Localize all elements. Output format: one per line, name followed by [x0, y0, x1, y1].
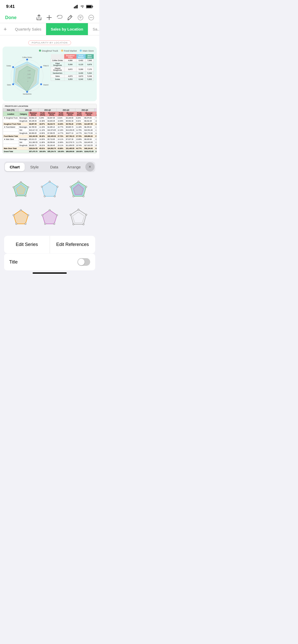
add-icon[interactable] — [46, 15, 52, 20]
svg-point-83 — [86, 214, 87, 215]
svg-point-70 — [28, 214, 29, 216]
tab-chart[interactable]: Chart — [5, 163, 25, 171]
tab-add-button[interactable]: + — [0, 26, 10, 33]
edit-buttons-group: Edit Series Edit References — [4, 236, 95, 253]
radar-style-3[interactable] — [66, 180, 90, 203]
svg-point-56 — [57, 186, 58, 187]
svg-point-85 — [73, 224, 74, 225]
radar-style-5[interactable] — [38, 208, 62, 231]
chart-panel-tabs: Chart Style Data Arrange × — [4, 162, 95, 172]
svg-point-63 — [78, 181, 79, 182]
radar-style-2[interactable] — [38, 180, 62, 203]
radar-chart-content: Coffee Drinks Filled Doughnuts Glazed Do… — [6, 54, 94, 98]
profits-table-container: PROFITS BY LOCATION Date (YO) 2021-Q1 20… — [3, 104, 97, 153]
svg-marker-54 — [42, 182, 57, 196]
svg-point-72 — [16, 223, 17, 224]
radar-svg[interactable]: Coffee Drinks Filled Doughnuts Glazed Do… — [6, 54, 49, 98]
svg-point-16 — [92, 17, 93, 18]
svg-point-55 — [49, 181, 50, 182]
toolbar: Done — [0, 12, 99, 23]
more-icon[interactable] — [88, 14, 94, 21]
table-row: Deli $10,417.1511.10% $10,973.6512.18% $… — [3, 129, 97, 132]
svg-point-57 — [54, 196, 55, 197]
svg-point-77 — [53, 223, 55, 224]
table-row: ▼ Food MarketBeverages $4,785.5011.33% $… — [3, 126, 97, 129]
tabs-bar: + Quarterly Sales Sales by Location Sa..… — [0, 23, 99, 35]
home-indicator — [33, 272, 67, 274]
svg-rect-0 — [74, 7, 75, 8]
status-time: 9:41 — [6, 4, 15, 9]
paintbrush-icon[interactable] — [67, 14, 73, 21]
svg-text:2,500: 2,500 — [28, 77, 31, 79]
table-grand-total: Grand Total $57,475.70100.00% $55,154.70… — [3, 150, 97, 153]
svg-point-76 — [56, 214, 58, 216]
radar-style-grid — [4, 177, 95, 236]
filter-icon[interactable] — [77, 14, 84, 21]
tab-data[interactable]: Data — [44, 163, 64, 171]
tab-sales-by-location[interactable]: Sales by Location — [46, 23, 88, 35]
legend-main-store: Main Store — [80, 50, 94, 52]
svg-point-69 — [20, 209, 22, 211]
svg-text:Sodas: Sodas — [6, 65, 11, 67]
done-button[interactable]: Done — [5, 15, 17, 20]
svg-text:Filled Doughnuts: Filled Doughnuts — [43, 65, 49, 67]
svg-text:5,000: 5,000 — [28, 74, 31, 75]
radar-style-4[interactable] — [9, 208, 33, 231]
radar-style-6[interactable] — [66, 208, 90, 231]
tab-arrange[interactable]: Arrange — [64, 163, 84, 171]
svg-point-44 — [12, 83, 14, 85]
svg-point-53 — [13, 186, 14, 188]
edit-series-button[interactable]: Edit Series — [4, 236, 50, 253]
table-row-total: Food Market Total $22,163.5036.32% $22,4… — [3, 135, 97, 138]
profits-label: PROFITS BY LOCATION — [3, 104, 97, 108]
battery-icon — [86, 5, 93, 8]
table-row: Doughnuts $6,960.8513.90% $7,096.5514.77… — [3, 132, 97, 135]
svg-point-73 — [13, 214, 14, 216]
toolbar-icons — [36, 14, 94, 21]
svg-point-82 — [78, 209, 79, 210]
svg-point-75 — [49, 209, 50, 211]
svg-point-40 — [26, 59, 28, 61]
popularity-section-label: POPULARITY BY LOCATION — [28, 40, 71, 45]
svg-point-65 — [83, 196, 84, 197]
tab-quarterly-sales[interactable]: Quarterly Sales — [10, 23, 46, 35]
title-row: Title — [4, 254, 95, 270]
table-row-total: Doughnut Truck Total $8,697.6518.67% $8,… — [3, 123, 97, 126]
svg-point-52 — [16, 195, 17, 196]
svg-point-59 — [41, 186, 43, 187]
svg-rect-5 — [92, 6, 93, 7]
svg-point-51 — [25, 195, 26, 196]
svg-marker-29 — [13, 62, 39, 92]
svg-text:0: 0 — [28, 81, 28, 82]
table-row: ▼ Main StoreBeverages $5,913.2514.00% $5… — [3, 138, 97, 141]
svg-marker-81 — [72, 212, 84, 223]
svg-point-71 — [25, 223, 26, 224]
svg-point-66 — [73, 196, 74, 197]
share-icon[interactable] — [36, 14, 42, 21]
table-row: Doughnuts $9,620.7519.21% $9,183.4519.11… — [3, 144, 97, 147]
signal-icon — [74, 5, 78, 8]
status-icons — [74, 5, 93, 8]
radar-data-table: Doughnut Truck Food Market Main Store Co… — [51, 54, 94, 98]
edit-references-button[interactable]: Edit References — [50, 236, 96, 253]
legend-doughnut-truck: Doughnut Truck — [39, 50, 58, 52]
title-toggle[interactable] — [77, 258, 90, 266]
tab-style[interactable]: Style — [25, 163, 45, 171]
svg-point-67 — [70, 186, 71, 187]
undo-icon[interactable] — [57, 15, 63, 20]
svg-text:Glazed Doughnuts: Glazed Doughnuts — [43, 84, 49, 86]
legend-food-market: Food Market — [61, 50, 77, 52]
close-panel-button[interactable]: × — [85, 162, 94, 171]
svg-text:Sides: Sides — [7, 84, 11, 86]
svg-text:Sandwiches: Sandwiches — [23, 93, 31, 95]
radar-style-1[interactable] — [9, 180, 33, 203]
svg-point-49 — [20, 181, 22, 183]
wifi-icon — [80, 5, 85, 8]
tab-partial[interactable]: Sa... — [88, 23, 99, 35]
svg-point-79 — [42, 214, 43, 216]
svg-point-86 — [70, 214, 71, 215]
svg-text:7,500: 7,500 — [28, 70, 31, 71]
toggle-knob — [78, 259, 85, 265]
title-label: Title — [9, 259, 18, 265]
svg-rect-6 — [87, 6, 92, 8]
